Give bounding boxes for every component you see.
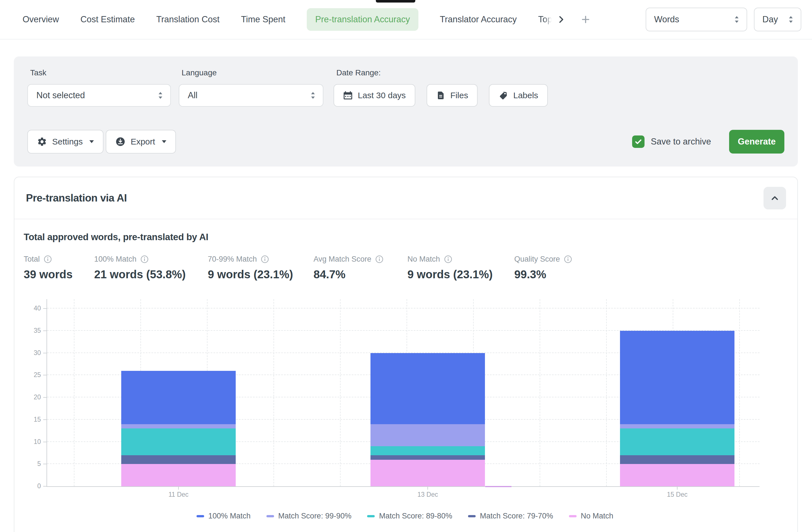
pretranslation-card: Pre-translation via AI Total approved wo… (14, 177, 798, 532)
v-gridline (606, 299, 607, 486)
y-axis-label: 30 (26, 349, 41, 357)
tab-list: OverviewCost EstimateTranslation CostTim… (23, 8, 552, 31)
bar-segment-match-score-79-70 (121, 455, 236, 464)
bar-segment-match-score-99-90 (620, 424, 735, 429)
bar-segment-match-score-89-80 (371, 446, 485, 455)
tab-time-spent[interactable]: Time Spent (241, 14, 285, 25)
date-range-field: Date Range: Last 30 days Files (334, 67, 548, 107)
tab-overflow-button[interactable] (556, 15, 566, 24)
stat-no-match: No Match9 words (23.1%) (407, 255, 514, 281)
x-axis-tick (677, 486, 678, 490)
language-field: Language All (179, 67, 323, 107)
period-select[interactable]: Day (754, 8, 801, 31)
language-label: Language (182, 68, 323, 77)
v-gridline (739, 299, 740, 486)
stat-quality-score: Quality Score99.3% (514, 255, 572, 281)
tab-translator-accuracy[interactable]: Translator Accuracy (440, 14, 517, 25)
labels-button[interactable]: Labels (489, 84, 548, 107)
y-axis-tick (43, 308, 46, 309)
chart-legend: 100% MatchMatch Score: 99-90%Match Score… (24, 512, 786, 520)
info-icon[interactable] (564, 255, 572, 263)
generate-button[interactable]: Generate (729, 130, 784, 154)
up-down-arrows-icon (310, 91, 316, 100)
bar-segment-match-score-89-80 (620, 429, 735, 455)
bar-11-dec[interactable] (121, 371, 236, 487)
y-axis-label: 0 (26, 482, 41, 490)
files-button-label: Files (450, 90, 468, 100)
bar-15-dec[interactable] (620, 331, 735, 486)
unit-select-value: Words (654, 14, 679, 25)
tab-pre-translation-accuracy[interactable]: Pre-translation Accuracy (307, 8, 418, 31)
task-select-value: Not selected (37, 90, 85, 100)
y-axis-tick (43, 442, 46, 442)
save-to-archive-checkbox[interactable] (632, 136, 644, 148)
x-axis-tick (427, 486, 428, 490)
language-select[interactable]: All (179, 84, 323, 107)
tab-overview[interactable]: Overview (23, 14, 59, 25)
settings-button[interactable]: Settings (27, 130, 103, 154)
date-range-button[interactable]: Last 30 days (334, 84, 415, 107)
legend-item-match-score-79-70[interactable]: Match Score: 79-70% (468, 512, 553, 520)
bar-segment-100-match (620, 331, 735, 424)
checkmark-icon (634, 138, 642, 146)
stats-row: Total39 words100% Match21 words (53.8%)7… (24, 255, 786, 281)
info-icon[interactable] (261, 255, 269, 263)
legend-marker (468, 515, 476, 517)
legend-marker (569, 515, 577, 517)
calendar-icon (343, 90, 353, 100)
y-axis-tick (43, 464, 46, 464)
add-tab-button[interactable] (581, 14, 591, 25)
file-icon (436, 90, 445, 100)
bar-segment-100-match (371, 353, 485, 424)
export-button[interactable]: Export (106, 130, 176, 154)
info-icon[interactable] (141, 255, 149, 263)
filter-panel: Task Not selected Language All (14, 56, 798, 167)
x-axis-tick (178, 486, 179, 490)
legend-label: No Match (581, 512, 613, 520)
bar-13-dec[interactable] (371, 353, 485, 487)
gear-icon (37, 137, 47, 147)
card-title: Pre-translation via AI (26, 192, 127, 204)
stat-100-match: 100% Match21 words (53.8%) (94, 255, 208, 281)
topbar-selects: Words Day (646, 8, 801, 31)
stat-70-99-match: 70-99% Match9 words (23.1%) (208, 255, 314, 281)
task-select[interactable]: Not selected (27, 84, 171, 107)
legend-item-match-score-89-80[interactable]: Match Score: 89-80% (367, 512, 452, 520)
unit-select[interactable]: Words (646, 8, 747, 31)
y-axis-tick (43, 331, 46, 331)
info-icon[interactable] (444, 255, 452, 263)
settings-button-label: Settings (52, 137, 83, 146)
bar-segment-no-match (371, 460, 485, 487)
y-axis-tick (43, 397, 46, 398)
legend-item-100-match[interactable]: 100% Match (197, 512, 251, 520)
stat-value: 9 words (23.1%) (407, 268, 514, 281)
y-axis-tick (43, 375, 46, 375)
tab-top[interactable]: Top (538, 14, 552, 25)
bar-segment-match-score-99-90 (121, 424, 236, 429)
stat-label: Total (24, 255, 40, 264)
dashboard-page: OverviewCost EstimateTranslation CostTim… (0, 0, 812, 532)
chevron-up-icon (770, 193, 780, 203)
chevron-right-icon (556, 15, 566, 24)
x-axis-label: 15 Dec (649, 491, 706, 499)
top-notch-bar (376, 0, 415, 2)
bar-segment-match-score-89-80 (121, 429, 236, 455)
legend-item-match-score-99-90[interactable]: Match Score: 99-90% (266, 512, 352, 520)
date-range-label: Date Range: (336, 68, 548, 77)
files-button[interactable]: Files (426, 84, 478, 107)
y-axis-label: 5 (26, 460, 41, 468)
legend-label: 100% Match (208, 512, 251, 520)
tab-translation-cost[interactable]: Translation Cost (156, 14, 220, 25)
info-icon[interactable] (44, 255, 52, 263)
stat-label: Quality Score (514, 255, 560, 264)
stat-label: Avg Match Score (314, 255, 371, 264)
stat-label: 70-99% Match (208, 255, 257, 264)
info-icon[interactable] (375, 255, 383, 263)
collapse-button[interactable] (764, 187, 786, 209)
tab-cost-estimate[interactable]: Cost Estimate (81, 14, 135, 25)
y-axis-tick (43, 353, 46, 353)
baseline-artifact (485, 486, 511, 487)
legend-item-no-match[interactable]: No Match (569, 512, 613, 520)
y-axis-tick (43, 419, 46, 420)
v-gridline (274, 299, 274, 486)
